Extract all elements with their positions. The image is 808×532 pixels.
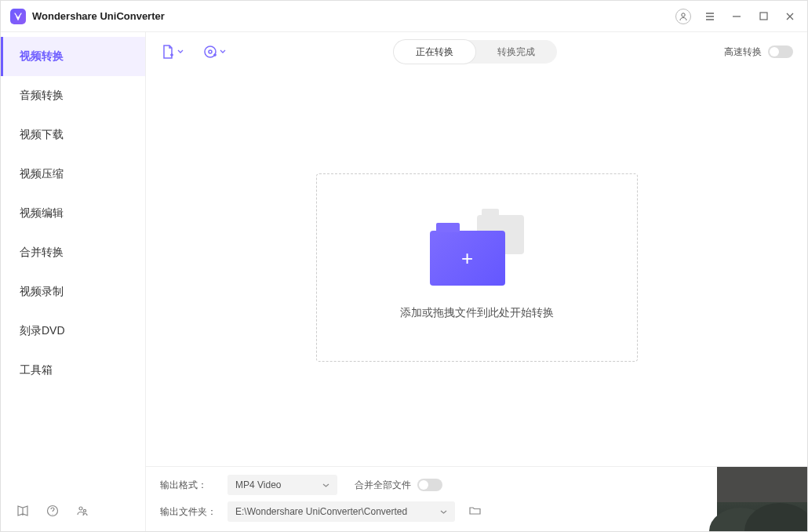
add-disc-button[interactable]: [202, 44, 226, 60]
sidebar-item-screen-record[interactable]: 视频录制: [1, 272, 145, 312]
sidebar-item-label: 视频编辑: [20, 206, 64, 220]
add-file-button[interactable]: [160, 44, 184, 60]
maximize-button[interactable]: [755, 9, 771, 24]
add-folder-icon: +: [430, 215, 524, 286]
main-panel: 正在转换 转换完成 高速转换 + 添加或拖拽文件到此处开始转换 输出格式：: [146, 32, 807, 531]
chevron-down-icon: [177, 49, 184, 55]
workarea: + 添加或拖拽文件到此处开始转换: [146, 71, 807, 466]
merge-all-toggle[interactable]: [417, 479, 442, 491]
sidebar: 视频转换 音频转换 视频下载 视频压缩 视频编辑 合并转换 视频录制 刻录DVD…: [1, 32, 146, 531]
fast-convert-toggle[interactable]: [768, 46, 793, 58]
chevron-down-icon: [440, 508, 447, 516]
chevron-down-icon: [322, 482, 329, 489]
sidebar-item-label: 视频下载: [20, 128, 64, 142]
sidebar-item-video-edit[interactable]: 视频编辑: [1, 194, 145, 233]
close-button[interactable]: [782, 9, 798, 24]
app-title: Wondershare UniConverter: [32, 10, 675, 22]
svg-rect-1: [760, 13, 767, 20]
sidebar-item-label: 视频压缩: [20, 167, 64, 181]
sidebar-item-label: 音频转换: [20, 89, 64, 103]
sidebar-item-audio-convert[interactable]: 音频转换: [1, 76, 145, 115]
chevron-down-icon: [220, 49, 226, 55]
sidebar-item-toolbox[interactable]: 工具箱: [1, 351, 145, 390]
guide-icon[interactable]: [16, 505, 29, 520]
app-logo: [10, 9, 26, 24]
dropzone-text: 添加或拖拽文件到此处开始转换: [400, 306, 554, 320]
sidebar-item-label: 视频录制: [20, 285, 64, 299]
sidebar-item-label: 合并转换: [20, 246, 64, 260]
sidebar-item-merge-convert[interactable]: 合并转换: [1, 233, 145, 272]
output-format-select[interactable]: MP4 Video: [227, 475, 337, 495]
sidebar-item-video-compress[interactable]: 视频压缩: [1, 155, 145, 194]
output-format-label: 输出格式：: [160, 479, 218, 492]
sidebar-item-label: 刻录DVD: [20, 324, 65, 338]
sidebar-item-burn-dvd[interactable]: 刻录DVD: [1, 312, 145, 351]
preview-thumbnail[interactable]: [717, 467, 807, 531]
svg-point-0: [682, 13, 685, 16]
community-icon[interactable]: [76, 505, 89, 520]
status-tabs: 正在转换 转换完成: [394, 40, 557, 64]
sidebar-item-label: 视频转换: [20, 49, 64, 64]
menu-icon[interactable]: [702, 9, 718, 24]
merge-all-label: 合并全部文件: [355, 479, 411, 492]
open-folder-button[interactable]: [469, 505, 481, 519]
titlebar: Wondershare UniConverter: [1, 1, 807, 32]
minimize-button[interactable]: [729, 9, 744, 24]
dropzone[interactable]: + 添加或拖拽文件到此处开始转换: [316, 173, 638, 362]
fast-convert-label: 高速转换: [724, 46, 762, 59]
tab-converting[interactable]: 正在转换: [394, 40, 475, 64]
tab-done[interactable]: 转换完成: [475, 40, 557, 64]
sidebar-item-video-convert[interactable]: 视频转换: [1, 37, 145, 76]
account-icon[interactable]: [675, 9, 691, 24]
sidebar-item-label: 工具箱: [20, 363, 53, 377]
svg-point-3: [79, 507, 82, 510]
toolbar: 正在转换 转换完成 高速转换: [146, 32, 807, 71]
svg-point-4: [83, 509, 86, 512]
help-icon[interactable]: [46, 505, 59, 520]
sidebar-item-video-download[interactable]: 视频下载: [1, 115, 145, 155]
bottom-bar: 输出格式： MP4 Video 合并全部文件 输出文件夹： E:\Wonders…: [146, 466, 807, 531]
output-folder-select[interactable]: E:\Wondershare UniConverter\Converted: [227, 501, 455, 522]
svg-point-5: [205, 46, 216, 57]
output-folder-label: 输出文件夹：: [160, 505, 218, 519]
svg-point-6: [209, 50, 212, 53]
